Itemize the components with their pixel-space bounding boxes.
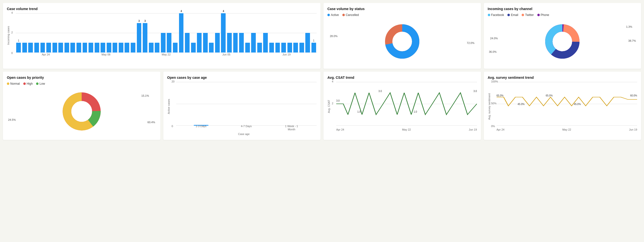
legend-twitter: Twitter [522, 13, 534, 17]
trend-bar [40, 43, 45, 53]
status-legend: Active Cancelled [328, 13, 477, 17]
priority-label-151: 15.1% [141, 94, 149, 97]
trend-bar-col [148, 13, 154, 53]
age-x-label-1-3: 1-3 Days [192, 125, 210, 131]
x-label-jun05: Jun 05 [196, 53, 256, 56]
channel-donut-hole [553, 32, 572, 51]
trend-bar-col: 3 [142, 13, 148, 53]
channel-legend: Facebook Email Twitter Phone [488, 13, 638, 17]
trend-bar [34, 43, 39, 53]
csat-ann-10-l: 1.0 [357, 110, 361, 113]
trend-bar [52, 43, 57, 53]
bar-chart-area: 4 2 0 133441 Apr 24 May 08 May 22 Jun 05… [11, 13, 316, 57]
trend-bar: 1 [16, 43, 21, 53]
trend-bar-col [166, 13, 172, 53]
age-x-label-4-7: 4-7 Days [238, 125, 255, 131]
legend-cancelled: Cancelled [342, 13, 359, 17]
trend-bar [124, 43, 129, 53]
trend-bar-col [257, 13, 263, 53]
legend-twitter-label: Twitter [525, 13, 534, 17]
legend-cancelled-dot [342, 14, 345, 16]
legend-active: Active [328, 13, 339, 17]
legend-phone-dot [537, 14, 540, 16]
x-label-may08: May 08 [76, 53, 136, 56]
trend-bar-col [184, 13, 190, 53]
case-volume-trend-card: Case volume trend Incoming cases 4 2 0 1… [3, 3, 320, 69]
status-donut-container: 72.0% 28.0% [328, 18, 477, 65]
legend-active-dot [328, 14, 330, 16]
trend-bar-col [94, 13, 100, 53]
age-chart-area: 20 0 1 [171, 82, 317, 131]
legend-normal-dot [7, 83, 9, 85]
trend-bar-col [244, 13, 250, 53]
trend-bar-col [281, 13, 287, 53]
legend-phone: Phone [537, 13, 549, 17]
legend-active-label: Active [331, 13, 339, 17]
channel-donut-container: 38.7% 36.0% 24.0% 1.3% [488, 18, 638, 65]
trend-bar-col [76, 13, 82, 53]
legend-normal: Normal [7, 82, 20, 85]
sentiment-y-0: 0% [491, 125, 495, 128]
sentiment-chart: Avg. survey sentiment 100% 50% 0% 65.0% [488, 82, 638, 131]
trend-bar [191, 43, 196, 53]
trend-bar [64, 43, 69, 53]
priority-donut-container: 60.4% 24.5% 15.1% [7, 87, 156, 136]
trend-bar [119, 43, 123, 53]
channel-label-24: 24.0% [490, 37, 498, 40]
age-x-label-week: 1 Week - 1 Month [283, 125, 300, 131]
trend-bar-col [64, 13, 70, 53]
legend-phone-label: Phone [541, 13, 549, 17]
csat-x-may: May 22 [402, 128, 411, 131]
trend-bar [227, 33, 232, 53]
legend-email-dot [508, 14, 510, 16]
trend-bar-label: 3 [144, 20, 146, 22]
sentiment-x-apr: Apr 24 [496, 128, 504, 131]
trend-bar-col [28, 13, 34, 53]
sentiment-y-label: Avg. survey sentiment [488, 93, 491, 120]
case-volume-trend-chart: Incoming cases 4 2 0 133441 [7, 13, 316, 57]
trend-bar [305, 33, 310, 53]
trend-bar-col [196, 13, 202, 53]
status-label-72: 72.0% [467, 42, 474, 45]
sent-ann-60: 60.0% [630, 94, 637, 97]
case-volume-trend-title: Case volume trend [7, 7, 316, 11]
trend-bar-col [251, 13, 256, 53]
trend-bar [173, 43, 178, 53]
csat-title: Avg. CSAT trend [328, 76, 477, 80]
trend-bar-label: 4 [223, 10, 224, 13]
trend-bar-label: 1 [313, 39, 315, 42]
priority-label-604: 60.4% [148, 121, 155, 124]
sentiment-title: Avg. survey sentiment trend [488, 76, 638, 80]
trend-bar-col [305, 13, 311, 53]
trend-bar-col: 3 [136, 13, 142, 53]
sent-ann-45-1: 45.0% [518, 103, 524, 106]
trend-bar-col [238, 13, 244, 53]
x-axis-labels: Apr 24 May 08 May 22 Jun 05 Jun 19 [16, 53, 316, 56]
legend-normal-label: Normal [10, 82, 20, 85]
legend-low-dot [36, 83, 38, 85]
sent-ann-45-2: 45.0% [574, 103, 581, 106]
csat-ann-30-l: 3.0 [336, 99, 340, 102]
sentiment-chart-area: 100% 50% 0% 65.0% 45.0% 65.0% 45.0% 60.0… [492, 82, 638, 131]
trend-bar-col [106, 13, 112, 53]
x-label-may22: May 22 [136, 53, 196, 56]
legend-facebook-dot [488, 14, 490, 16]
trend-bar [197, 33, 202, 53]
legend-facebook: Facebook [488, 13, 504, 17]
case-age-chart: Active cases 20 0 [167, 82, 317, 131]
case-volume-status-title: Case volume by status [328, 7, 477, 11]
sentiment-x-jun: Jun 19 [629, 128, 637, 131]
legend-email: Email [508, 13, 518, 17]
trend-bar: 3 [143, 23, 148, 53]
trend-bar [239, 33, 244, 53]
open-cases-age-card: Open cases by case age Active cases 20 0 [163, 72, 321, 140]
trend-bar [269, 43, 274, 53]
trend-bar [185, 33, 190, 53]
trend-bar-col [46, 13, 52, 53]
trend-bar-col [70, 13, 76, 53]
csat-line-svg [336, 82, 477, 126]
status-label-28: 28.0% [330, 35, 338, 38]
channel-label-387: 38.7% [628, 39, 636, 42]
trend-bar [161, 33, 166, 53]
priority-donut-svg [61, 91, 102, 132]
